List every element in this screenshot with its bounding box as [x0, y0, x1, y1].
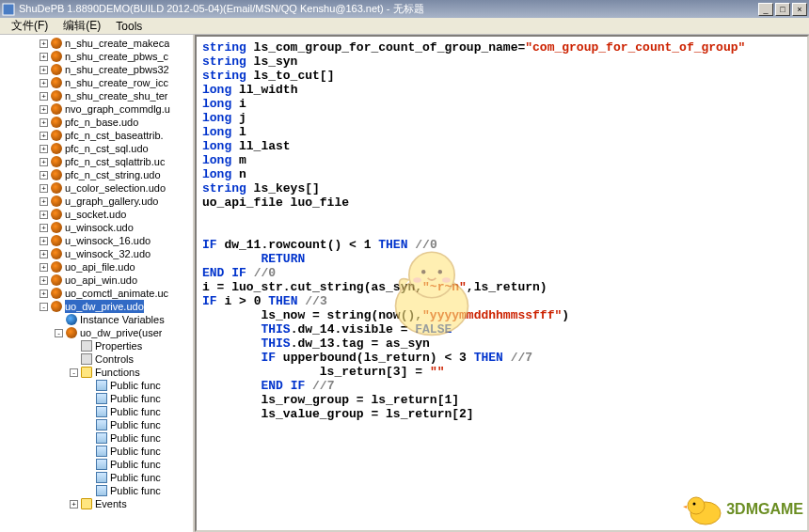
tree-label: Public func [110, 445, 161, 458]
udo-icon [51, 274, 62, 286]
tree-node[interactable]: +u_color_selection.udo [0, 181, 193, 195]
tree-node[interactable]: +pfc_n_cst_sql.udo [0, 142, 193, 155]
menu-file[interactable]: 文件(F) [4, 18, 56, 34]
tree-node[interactable]: +n_shu_create_pbws32 [0, 63, 193, 76]
tree-node[interactable]: -Functions [0, 366, 193, 379]
expand-icon[interactable]: + [40, 263, 48, 272]
expand-icon[interactable]: + [40, 53, 48, 61]
tree-node[interactable]: Properties [0, 339, 193, 352]
tree-node[interactable]: Instance Variables [0, 313, 193, 326]
tree-node[interactable]: +n_shu_create_shu_ter [0, 89, 193, 102]
svg-point-9 [693, 503, 696, 506]
expand-icon[interactable]: + [40, 289, 48, 298]
expand-icon[interactable]: + [40, 105, 48, 114]
tree-label: Public func [110, 471, 161, 484]
udo-icon [51, 196, 62, 207]
tree-node[interactable]: +pfc_n_base.udo [0, 116, 193, 129]
expand-icon[interactable]: + [40, 145, 48, 153]
menu-tools[interactable]: Tools [108, 20, 150, 33]
collapse-icon[interactable]: - [70, 368, 78, 377]
expand-none [70, 355, 78, 364]
tree-node[interactable]: +n_shu_create_row_icc [0, 76, 193, 89]
tree-label: u_color_selection.udo [65, 181, 166, 195]
tree-label: pfc_n_cst_baseattrib. [65, 129, 164, 142]
tree-node[interactable]: Public func [0, 418, 193, 431]
tree-node[interactable]: -uo_dw_prive(user [0, 326, 193, 339]
tree-node[interactable]: +u_socket.udo [0, 208, 193, 221]
tree-node[interactable]: -uo_dw_prive.udo [0, 300, 193, 313]
tree-node[interactable]: Public func [0, 445, 193, 458]
udo-icon [51, 38, 62, 49]
expand-icon[interactable]: + [40, 211, 48, 219]
app-icon [2, 3, 15, 16]
tree-node[interactable]: Public func [0, 471, 193, 484]
tree-node[interactable]: Public func [0, 431, 193, 445]
tree-label: Public func [110, 379, 161, 392]
tree-node[interactable]: +n_shu_create_makeca [0, 37, 193, 50]
tree-node[interactable]: +uo_comctl_animate.uc [0, 287, 193, 300]
tree-label: Functions [95, 366, 140, 379]
tree-pane[interactable]: +n_shu_create_makeca+n_shu_create_pbws_c… [0, 35, 195, 532]
close-button[interactable]: × [792, 3, 807, 16]
expand-icon[interactable]: + [40, 171, 48, 180]
tree-node[interactable]: Public func [0, 405, 193, 418]
tree-node[interactable]: +n_shu_create_pbws_c [0, 50, 193, 63]
tree-node[interactable]: +pfc_n_cst_baseattrib. [0, 129, 193, 142]
expand-icon[interactable]: + [70, 500, 78, 509]
tree-node[interactable]: +nvo_graph_commdlg.u [0, 102, 193, 116]
code-line: END IF //7 [202, 379, 801, 393]
udo-icon [51, 90, 62, 102]
expand-none [70, 342, 78, 351]
tree-node[interactable]: Public func [0, 484, 193, 497]
tree-label: uo_api_win.udo [65, 274, 137, 287]
expand-icon[interactable]: + [40, 184, 48, 193]
tree-label: Controls [95, 352, 134, 366]
udo-icon [51, 301, 62, 312]
expand-icon[interactable]: + [40, 132, 48, 140]
tree-node[interactable]: Public func [0, 379, 193, 392]
udo-icon [51, 103, 62, 115]
tree-node[interactable]: Public func [0, 392, 193, 405]
tree-node[interactable]: +u_winsock_32.udo [0, 247, 193, 260]
expand-icon[interactable]: + [40, 118, 48, 127]
udo-icon [51, 209, 62, 220]
tree-node[interactable]: +Events [0, 497, 193, 510]
menu-edit[interactable]: 编辑(E) [56, 18, 108, 34]
code-line: i = luo_str.cut_string(as_syn,"~r~n",ls_… [202, 280, 801, 294]
collapse-icon[interactable]: - [55, 329, 63, 337]
svg-point-5 [413, 277, 421, 283]
udo-icon [51, 261, 62, 273]
expand-icon[interactable]: + [40, 66, 48, 74]
code-pane[interactable]: string ls_com_group_for_count_of_group_n… [195, 35, 809, 532]
func-icon [96, 432, 107, 444]
expand-icon[interactable]: + [40, 158, 48, 166]
tree-node[interactable]: +u_graph_gallery.udo [0, 195, 193, 208]
expand-icon[interactable]: + [40, 224, 48, 232]
expand-icon[interactable]: + [40, 276, 48, 285]
tree-node[interactable]: Controls [0, 352, 193, 366]
mascot-overlay [380, 239, 484, 342]
tree-node[interactable]: +u_winsock_16.udo [0, 234, 193, 247]
expand-icon[interactable]: + [40, 237, 48, 245]
tree-node[interactable]: +uo_api_file.udo [0, 260, 193, 274]
menubar: 文件(F) 编辑(E) Tools [0, 18, 809, 35]
expand-icon[interactable]: + [40, 92, 48, 101]
expand-icon[interactable]: + [40, 197, 48, 206]
minimize-button[interactable]: _ [758, 3, 773, 16]
expand-icon[interactable]: + [40, 250, 48, 258]
titlebar: ShuDePB 1.8890DEMO(BUILD 2012-05-04)(Ema… [0, 0, 809, 18]
tree-node[interactable]: +pfc_n_cst_string.udo [0, 168, 193, 181]
watermark: 3DMGAME [681, 493, 803, 526]
window-title: ShuDePB 1.8890DEMO(BUILD 2012-05-04)(Ema… [19, 2, 758, 16]
udo-icon [51, 222, 62, 233]
svg-rect-0 [3, 4, 14, 15]
expand-icon[interactable]: + [40, 79, 48, 87]
tree-node[interactable]: +pfc_n_cst_sqlattrib.uc [0, 155, 193, 168]
tree-node[interactable]: Public func [0, 458, 193, 471]
maximize-button[interactable]: □ [775, 3, 790, 16]
tree-node[interactable]: +u_winsock.udo [0, 221, 193, 234]
tree-label: nvo_graph_commdlg.u [65, 102, 170, 116]
collapse-icon[interactable]: - [40, 303, 48, 311]
expand-icon[interactable]: + [40, 39, 48, 48]
tree-node[interactable]: +uo_api_win.udo [0, 274, 193, 287]
